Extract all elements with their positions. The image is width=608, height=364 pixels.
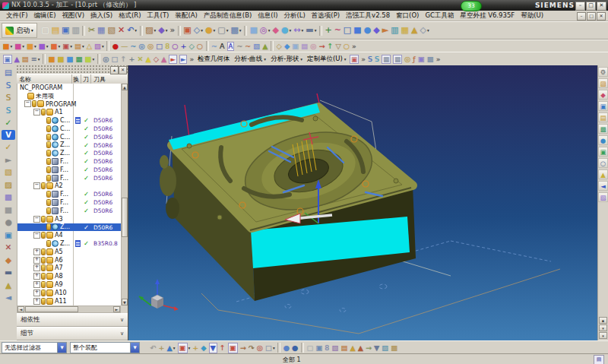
toolbar-icon[interactable]: »▾ bbox=[360, 53, 367, 65]
resource-bar-icon[interactable]: ✕ bbox=[2, 242, 15, 252]
navigator-tree-row[interactable]: F... D50R6 bbox=[17, 166, 121, 174]
model-left-boss[interactable] bbox=[166, 198, 179, 219]
toolbar-icon[interactable]: ~▾ bbox=[244, 40, 252, 52]
toolbar-icon[interactable]: ↑▾ bbox=[326, 40, 334, 52]
resource-bar-icon[interactable]: ▬ bbox=[2, 267, 15, 277]
toolbar-icon[interactable]: ▦▾ bbox=[400, 25, 410, 36]
expand-toggle-icon[interactable]: + bbox=[33, 257, 40, 264]
toolbar-icon[interactable]: ▾ bbox=[271, 41, 274, 51]
cam-create-tool[interactable]: ■▾ bbox=[14, 40, 26, 52]
scroll-left-icon[interactable]: ◄ bbox=[17, 306, 24, 312]
analysis-text-button[interactable]: 定制单位(U)▾ bbox=[305, 55, 349, 64]
resource-bar-icon[interactable]: ▣ bbox=[2, 229, 15, 240]
toolbar-icon[interactable]: ►▾ bbox=[178, 53, 188, 65]
status-note-icon[interactable]: ▤ bbox=[594, 355, 604, 364]
navigator-tree-row[interactable]: − A2 bbox=[17, 182, 121, 191]
right-toolbar-icon[interactable]: ▤ bbox=[598, 112, 608, 122]
toolbar-icon[interactable]: ◆▾ bbox=[283, 40, 290, 52]
window-control-button[interactable]: □ bbox=[586, 2, 596, 11]
expand-toggle-icon[interactable]: + bbox=[33, 290, 40, 296]
save-button[interactable]: ▣▾ bbox=[61, 25, 71, 36]
cam-create-method[interactable]: ■▾ bbox=[37, 40, 49, 52]
toolbar-icon[interactable]: ◇▾ bbox=[152, 53, 160, 65]
navigator-tree-row[interactable]: + A7 bbox=[17, 264, 121, 273]
dropdown-arrow-icon[interactable]: ▾ bbox=[34, 44, 36, 49]
measure-button[interactable]: ↔▾ bbox=[293, 25, 305, 36]
navigator-tree-row[interactable]: − A3 bbox=[17, 215, 121, 223]
toolbar-icon[interactable]: ▣▾ bbox=[2, 53, 13, 65]
expand-toggle-icon[interactable]: − bbox=[33, 109, 40, 116]
cam-create-program[interactable]: ■▾ bbox=[2, 40, 14, 52]
selection-bar-icon[interactable]: ▨▾ bbox=[381, 342, 390, 353]
analysis-text-button[interactable]: 检查几何体 bbox=[195, 55, 233, 64]
toolbar-icon[interactable]: ►▾ bbox=[168, 53, 179, 65]
spline-button[interactable]: ~▾ bbox=[333, 25, 342, 36]
toolbar-icon[interactable]: »▾ bbox=[169, 25, 176, 36]
combo-dropdown-icon[interactable]: ▼ bbox=[130, 343, 139, 353]
toolbar-icon[interactable]: ●▾ bbox=[111, 40, 119, 52]
selection-filter-combo[interactable]: 无选择过滤器 ▼ bbox=[2, 342, 67, 353]
right-toolbar-icon[interactable]: ▨ bbox=[598, 78, 608, 88]
expand-toggle-icon[interactable]: − bbox=[24, 100, 31, 107]
panel-collapse-button[interactable]: ▴ bbox=[110, 66, 119, 74]
toolbar-icon[interactable]: ▾ bbox=[319, 26, 322, 36]
toolbar-icon[interactable]: ▦▾ bbox=[381, 53, 392, 65]
scroll-right-icon[interactable]: ► bbox=[113, 306, 120, 312]
dropdown-arrow-icon[interactable]: ▾ bbox=[22, 44, 24, 49]
line-button[interactable]: —▾ bbox=[120, 40, 130, 52]
scroll-down-icon[interactable]: ▼ bbox=[122, 299, 128, 305]
toolbar-icon[interactable]: ■▾ bbox=[47, 53, 56, 65]
toolbar-icon[interactable]: ○▾ bbox=[195, 40, 204, 52]
resource-bar-icon[interactable]: ✓ bbox=[2, 141, 15, 152]
toolbar-icon[interactable]: ~▾ bbox=[236, 40, 244, 52]
dropdown-arrow-icon[interactable]: ▾ bbox=[226, 28, 229, 33]
selection-scope-combo[interactable]: 整个装配 ▼ bbox=[70, 342, 140, 353]
toolbar-icon[interactable]: ■▾ bbox=[249, 25, 258, 36]
navigator-tree-row[interactable]: − PROGRAM bbox=[17, 100, 121, 109]
toolbar-scroll-button[interactable]: ▪ bbox=[599, 317, 607, 324]
toolbar-icon[interactable]: ▨▾ bbox=[93, 40, 106, 52]
resource-bar-icon[interactable]: ▲ bbox=[2, 280, 15, 290]
vericut-icon[interactable]: V bbox=[2, 130, 15, 140]
dropdown-arrow-icon[interactable]: ▾ bbox=[10, 44, 12, 49]
menu-item[interactable]: 装配(A) bbox=[172, 11, 200, 21]
selection-bar-icon[interactable]: ▩▾ bbox=[390, 342, 399, 353]
extrude-button[interactable]: ■▾ bbox=[353, 25, 363, 36]
right-toolbar-icon[interactable]: ○ bbox=[598, 158, 608, 168]
tree-vertical-scrollbar[interactable]: ▲ ▼ bbox=[121, 84, 128, 305]
toolbar-icon[interactable]: »▾ bbox=[351, 40, 358, 52]
cylinder-button[interactable]: ●▾ bbox=[363, 25, 372, 36]
toolbar-scroll-button[interactable]: ▾ bbox=[599, 332, 607, 339]
toolbar-icon[interactable]: ▲▾ bbox=[261, 40, 269, 52]
right-toolbar-icon[interactable]: ◄ bbox=[598, 181, 608, 191]
toolbar-icon[interactable]: +▾ bbox=[179, 40, 188, 52]
cam-create-geometry[interactable]: ■▾ bbox=[26, 40, 38, 52]
model-left-boss[interactable] bbox=[160, 166, 176, 196]
selection-bar-icon[interactable]: ▣▾ bbox=[315, 342, 324, 353]
dropdown-arrow-icon[interactable]: ▾ bbox=[46, 44, 49, 49]
toolbar-icon[interactable]: ○▾ bbox=[171, 40, 179, 52]
window-control-button[interactable]: – bbox=[575, 2, 585, 11]
toolbar-icon[interactable]: A▾ bbox=[226, 40, 236, 52]
resource-bar-icon[interactable]: ● bbox=[2, 217, 15, 227]
selection-bar-icon[interactable]: 8▾ bbox=[324, 342, 331, 353]
dropdown-arrow-icon[interactable]: ▾ bbox=[201, 28, 203, 33]
toolbar-icon[interactable]: ▤▾ bbox=[300, 40, 309, 52]
analysis-text-button[interactable]: 分析-形状▾ bbox=[268, 55, 305, 64]
graphics-viewport[interactable] bbox=[128, 65, 597, 340]
toolbar-icon[interactable]: ▾ bbox=[82, 26, 85, 36]
toolbar-icon[interactable]: ►▾ bbox=[381, 25, 389, 36]
fit-view-button[interactable]: ▣▾ bbox=[182, 25, 192, 36]
shaded-view-button[interactable]: ●▾ bbox=[204, 25, 216, 36]
menu-item[interactable]: 星空外挂 V6.935F bbox=[457, 11, 518, 21]
toolbar-icon[interactable]: +▾ bbox=[128, 53, 136, 65]
selection-bar-icon[interactable]: ▼▾ bbox=[372, 342, 380, 353]
dropdown-arrow-icon[interactable]: ▾ bbox=[268, 28, 271, 33]
toolbar-icon[interactable]: ◇▾ bbox=[419, 25, 430, 36]
toolbar-icon[interactable]: ▾ bbox=[43, 54, 46, 64]
toolbar-icon[interactable]: S▾ bbox=[366, 53, 373, 65]
toolbar-icon[interactable]: ○▾ bbox=[342, 40, 350, 52]
scroll-up-icon[interactable]: ▲ bbox=[122, 84, 128, 90]
selection-bar-icon[interactable]: +▾ bbox=[157, 342, 166, 353]
dropdown-arrow-icon[interactable]: ▾ bbox=[135, 28, 137, 33]
